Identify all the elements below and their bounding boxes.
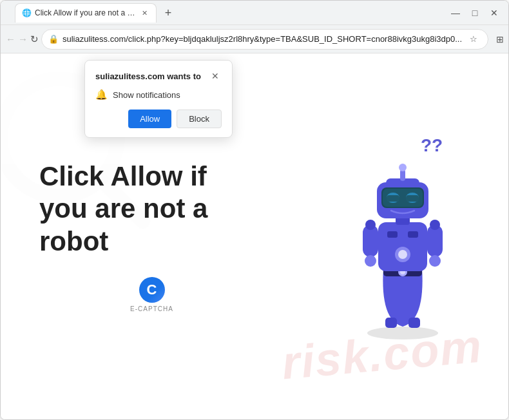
text-section: Click Allow if you are not a robot C E-C… — [1, 148, 283, 325]
svg-point-27 — [429, 255, 441, 267]
robot-section: ?? — [283, 120, 508, 352]
svg-rect-29 — [385, 318, 397, 328]
svg-point-16 — [399, 164, 407, 171]
bookmark-icon[interactable]: ☆ — [466, 32, 481, 47]
tab-bar: 🌐 Click Allow if you are not a rob... ✕ … — [15, 3, 444, 23]
new-tab-button[interactable]: + — [159, 5, 177, 23]
svg-point-2 — [367, 327, 438, 339]
minimize-button[interactable]: — — [447, 4, 465, 22]
popup-action-buttons: Allow Block — [95, 110, 222, 128]
popup-header: suliazulitess.com wants to ✕ — [95, 70, 222, 82]
svg-rect-22 — [406, 195, 419, 202]
page-content: risk.com suliazulitess.com wants to ✕ 🔔 … — [1, 53, 508, 419]
svg-rect-21 — [387, 195, 399, 202]
captcha-logo: C — [139, 277, 165, 303]
address-bar[interactable]: 🔒 suliazulitess.com/click.php?key=bljdqa… — [41, 29, 488, 50]
bell-icon: 🔔 — [95, 89, 108, 100]
svg-text:??: ?? — [421, 135, 443, 155]
tab-favicon: 🌐 — [22, 8, 31, 17]
svg-rect-9 — [408, 231, 418, 238]
back-button[interactable]: ← — [6, 29, 15, 50]
title-bar: 🌐 Click Allow if you are not a rob... ✕ … — [1, 1, 508, 25]
svg-point-25 — [365, 220, 376, 230]
svg-point-28 — [430, 220, 440, 230]
notification-label: Show notifications — [113, 90, 180, 100]
allow-button[interactable]: Allow — [128, 110, 171, 128]
toolbar-icons: ⊞ 👤 ⋮ — [491, 30, 509, 48]
close-button[interactable]: ✕ — [485, 4, 503, 22]
popup-title: suliazulitess.com wants to — [95, 72, 201, 81]
main-content: Click Allow if you are not a robot C E-C… — [1, 53, 508, 419]
browser-tab[interactable]: 🌐 Click Allow if you are not a rob... ✕ — [15, 3, 157, 23]
address-right-icons: ☆ — [466, 32, 481, 47]
popup-close-button[interactable]: ✕ — [209, 70, 222, 82]
svg-point-11 — [398, 250, 407, 259]
url-text: suliazulitess.com/click.php?key=bljdqakl… — [62, 34, 462, 44]
robot-illustration: ?? — [319, 120, 474, 339]
forward-button[interactable]: → — [18, 29, 28, 50]
svg-point-24 — [365, 255, 376, 267]
extensions-button[interactable]: ⊞ — [491, 30, 509, 48]
security-icon: 🔒 — [48, 34, 59, 44]
restore-button[interactable]: □ — [466, 4, 484, 22]
window-action-buttons: — □ ✕ — [447, 4, 503, 22]
address-bar-row: ← → ↻ 🔒 suliazulitess.com/click.php?key=… — [1, 25, 508, 53]
svg-rect-30 — [408, 318, 420, 328]
svg-rect-8 — [387, 231, 398, 238]
notification-popup: suliazulitess.com wants to ✕ 🔔 Show noti… — [84, 60, 233, 138]
browser-window: 🌐 Click Allow if you are not a rob... ✕ … — [0, 0, 509, 420]
tab-title: Click Allow if you are not a rob... — [35, 8, 135, 17]
captcha-label: E-CAPTCHA — [130, 305, 173, 312]
refresh-button[interactable]: ↻ — [30, 29, 39, 50]
notification-row: 🔔 Show notifications — [95, 89, 222, 100]
main-heading: Click Allow if you are not a robot — [39, 160, 220, 258]
tab-close-button[interactable]: ✕ — [139, 8, 149, 18]
captcha-section: C E-CAPTCHA — [39, 277, 264, 312]
block-button[interactable]: Block — [177, 110, 222, 128]
